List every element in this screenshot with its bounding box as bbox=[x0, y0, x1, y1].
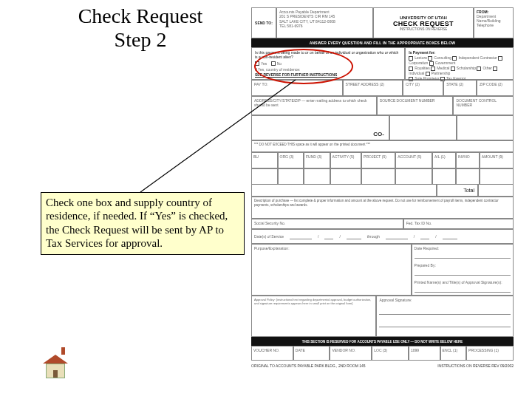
approval-policy: Approval Policy: [instructional text reg… bbox=[251, 296, 376, 337]
street-address: STREET ADDRESS (2) bbox=[343, 80, 403, 96]
instruction-note: Check one box and supply country of resi… bbox=[41, 192, 245, 255]
footer-left: ORIGINAL TO ACCOUNTS PAYABLE PARK BLDG.,… bbox=[251, 364, 366, 368]
purpose-block: Purpose/Explanation: bbox=[251, 244, 412, 296]
nonresident-question: Is this payment being made to or on beha… bbox=[251, 47, 405, 80]
footer-right: INSTRUCTIONS ON REVERSE REV 09/2002 bbox=[437, 364, 514, 368]
title-line-2: Step 2 bbox=[115, 28, 167, 51]
co-prefix: CO- bbox=[251, 115, 389, 140]
instruction-note-text: Check one box and supply country of resi… bbox=[46, 197, 228, 249]
co-instruction: *** DO NOT EXCEED THIS space as it will … bbox=[251, 140, 514, 152]
payment-for-block: Is Payment for: Lecture Consulting Indep… bbox=[405, 47, 514, 80]
sendto-label: SEND TO: bbox=[251, 7, 276, 38]
payto-label: PAY TO: bbox=[251, 80, 343, 96]
title-line-1: Check Request bbox=[78, 4, 203, 27]
slide-title: Check Request Step 2 bbox=[59, 4, 222, 52]
prepared-block: Date Required: Prepared By: Printed Name… bbox=[412, 244, 514, 296]
checkbox-yes[interactable] bbox=[255, 61, 259, 66]
form-footer: ORIGINAL TO ACCOUNTS PAYABLE PARK BLDG.,… bbox=[251, 361, 514, 368]
source-doc-number: SOURCE DOCUMENT NUMBER bbox=[377, 96, 454, 115]
description-instructions: Description of purchase — list complete … bbox=[251, 197, 514, 219]
home-icon[interactable] bbox=[43, 355, 68, 380]
doc-control-number: DOCUMENT CONTROL NUMBER bbox=[453, 96, 514, 115]
accounting-codes-header: BU ORG (3) FUND (3) ACTIVITY (5) PROJECT… bbox=[251, 152, 514, 168]
total-row: Total bbox=[251, 185, 514, 197]
state: STATE (2) bbox=[443, 80, 477, 96]
zip: ZIP CODE (2) bbox=[477, 80, 514, 96]
mailing-address: ADDRESS/CITY/STATE/ZIP — enter mailing a… bbox=[251, 96, 377, 115]
city: CITY (2) bbox=[403, 80, 443, 96]
service-dates: Date(s) of Service // through // bbox=[251, 229, 514, 244]
approval-signature: Approval Signature: bbox=[376, 296, 514, 337]
sendto-address: Accounts Payable Department 201 S PRESID… bbox=[276, 7, 373, 38]
header-blackbar: ANSWER EVERY QUESTION AND FILL IN THE AP… bbox=[251, 38, 514, 47]
ap-only-row: VOUCHER NO. DATE VENDOR NO. LOC (3) 1099… bbox=[251, 346, 514, 361]
ssn-label: Social Security No. bbox=[251, 219, 403, 229]
check-request-form: SEND TO: Accounts Payable Department 201… bbox=[251, 7, 514, 377]
accounting-codes-row bbox=[251, 168, 514, 185]
form-title-block: UNIVERSITY OF UTAH CHECK REQUEST INSTRUC… bbox=[373, 7, 474, 38]
fedtaxid-label: Fed. Tax ID No. bbox=[403, 219, 514, 229]
from-block: FROM: Department Name/Building Telephone bbox=[474, 7, 514, 38]
form-subtitle: INSTRUCTIONS ON REVERSE bbox=[400, 27, 448, 31]
checkbox-no[interactable] bbox=[271, 61, 276, 66]
ap-only-bar: THIS SECTION IS RESERVED FOR ACCOUNTS PA… bbox=[251, 337, 514, 346]
total-label: Total bbox=[437, 185, 478, 197]
form-title: CHECK REQUEST bbox=[393, 20, 454, 27]
